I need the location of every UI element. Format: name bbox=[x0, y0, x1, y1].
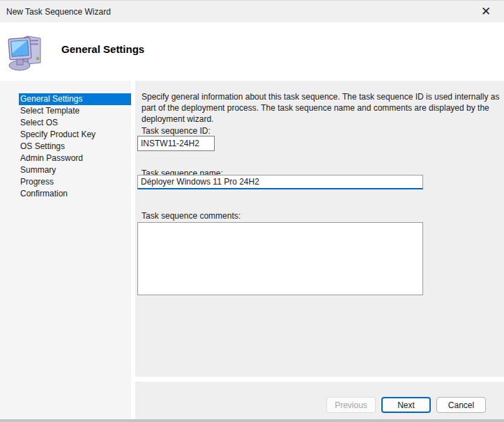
task-sequence-comments-textarea[interactable] bbox=[137, 222, 423, 295]
task-sequence-name-input[interactable] bbox=[137, 175, 423, 189]
monitor bbox=[8, 38, 31, 60]
page-title: General Settings bbox=[61, 43, 144, 55]
task-sequence-comments-label: Task sequence comments: bbox=[142, 211, 240, 221]
wizard-steps-sidebar: General Settings Select Template Select … bbox=[0, 81, 131, 422]
step-confirmation[interactable]: Confirmation bbox=[19, 188, 131, 200]
step-general-settings[interactable]: General Settings bbox=[19, 93, 131, 105]
wizard-window: New Task Sequence Wizard ✕ bbox=[0, 0, 504, 422]
step-select-template[interactable]: Select Template bbox=[19, 105, 131, 117]
step-admin-password[interactable]: Admin Password bbox=[19, 153, 131, 164]
wizard-header: General Settings bbox=[0, 22, 504, 81]
step-select-os[interactable]: Select OS bbox=[19, 117, 131, 129]
footer-divider bbox=[135, 377, 504, 382]
computer-icon bbox=[7, 32, 45, 72]
wizard-content: Specify general information about this t… bbox=[135, 81, 504, 422]
task-sequence-id-input[interactable] bbox=[137, 136, 215, 151]
next-button[interactable]: Next bbox=[381, 397, 431, 413]
step-progress[interactable]: Progress bbox=[19, 176, 131, 188]
window-bottom-edge bbox=[0, 419, 504, 422]
title-bar: New Task Sequence Wizard ✕ bbox=[0, 0, 504, 22]
previous-button[interactable]: Previous bbox=[326, 397, 376, 413]
step-summary[interactable]: Summary bbox=[19, 164, 131, 176]
task-sequence-id-label: Task sequence ID: bbox=[142, 126, 211, 136]
page-description: Specify general information about this t… bbox=[142, 91, 502, 125]
wizard-body: General Settings Select Template Select … bbox=[0, 81, 504, 422]
close-icon[interactable]: ✕ bbox=[471, 1, 501, 22]
step-specify-product-key[interactable]: Specify Product Key bbox=[19, 129, 131, 141]
cancel-button[interactable]: Cancel bbox=[436, 397, 486, 413]
window-title: New Task Sequence Wizard bbox=[6, 7, 111, 17]
step-os-settings[interactable]: OS Settings bbox=[19, 141, 131, 153]
